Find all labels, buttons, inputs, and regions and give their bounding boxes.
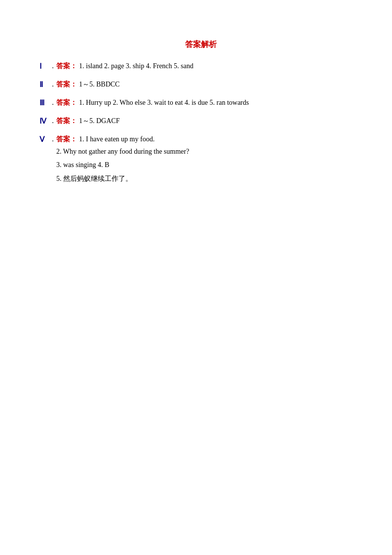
numeral-4: Ⅳ [39,115,48,128]
section-3: Ⅲ ． 答案： 1. Hurry up 2. Who else 3. wait … [39,96,362,110]
answer-item-5-0: 1. I have eaten up my food. [79,133,155,145]
answer-label-3: 答案： [56,96,77,109]
answer-content-2: 1～5. BBDCC [79,78,119,90]
answer-label-5: 答案： [56,133,77,145]
answer-label-2: 答案： [56,78,77,90]
dot-4: ． [49,115,56,127]
section-1: Ⅰ ． 答案： 1. island 2. page 3. ship 4. Fre… [39,60,362,73]
answer-content-3: 1. Hurry up 2. Who else 3. wait to eat 4… [79,96,249,109]
numeral-2: Ⅱ [39,78,48,91]
dot-5: ． [49,133,56,145]
answer-content-1: 1. island 2. page 3. ship 4. French 5. s… [79,60,194,72]
section-5: Ⅴ ． 答案： 1. I have eaten up my food. 2. W… [39,133,362,186]
answer-item-5-1: 2. Why not gather any food during the su… [56,145,189,158]
section-v-content: 答案： 1. I have eaten up my food. 2. Why n… [56,133,189,186]
answer-item-5-2: 3. was singing 4. B [56,159,189,171]
numeral-1: Ⅰ [39,60,48,73]
section-4: Ⅳ ． 答案： 1～5. DGACF [39,115,362,128]
dot-1: ． [49,60,56,72]
dot-2: ． [49,78,56,90]
numeral-5: Ⅴ [39,133,48,146]
answer-label-1: 答案： [56,60,77,72]
answer-label-4: 答案： [56,115,77,127]
section-2: Ⅱ ． 答案： 1～5. BBDCC [39,78,362,91]
section-v-first-line: 答案： 1. I have eaten up my food. [56,133,189,145]
dot-3: ． [49,96,56,109]
numeral-3: Ⅲ [39,96,48,110]
page-title: 答案解析 [39,40,362,50]
answer-content-4: 1～5. DGACF [79,115,119,127]
answer-item-5-3: 5. 然后蚂蚁继续工作了。 [56,172,189,185]
